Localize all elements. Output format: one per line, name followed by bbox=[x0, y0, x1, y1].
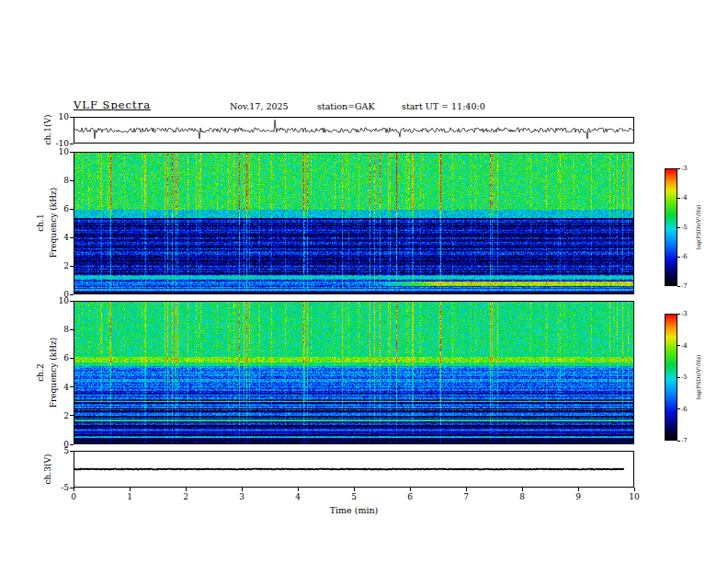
x-axis-tick-label: 5 bbox=[351, 492, 357, 501]
ch1-spectrogram-channel-label: ch.1 bbox=[36, 213, 45, 231]
ch1-spectrogram-ytick-label: 8 bbox=[44, 176, 69, 185]
colorbar-tick-label: -5 bbox=[681, 373, 688, 381]
colorbar-tick-label: -5 bbox=[681, 224, 688, 231]
colorbar-tick-label: -7 bbox=[681, 437, 688, 444]
ch1-spectrogram-ytick-label: 4 bbox=[44, 233, 69, 242]
colorbar-ch1-label: log(PSD)(V²/Hz) bbox=[695, 205, 701, 250]
ch3-waveform-canvas bbox=[74, 452, 633, 487]
colorbar-ch2-label: log(PSD)(V²/Hz) bbox=[695, 355, 701, 400]
ch1-frequency-ylabel: Frequency (kHz) bbox=[49, 188, 58, 259]
ch1-spectrogram-ytick bbox=[70, 180, 74, 181]
ch1-waveform-ytick-label: 10 bbox=[44, 112, 69, 121]
x-axis-label: Time (min) bbox=[330, 505, 379, 515]
x-axis-tick bbox=[354, 488, 355, 491]
ch1-spectrogram-ytick bbox=[70, 209, 74, 210]
colorbar-tick bbox=[677, 441, 680, 442]
x-axis-tick bbox=[634, 488, 635, 491]
plot-start-ut: start UT = 11:40:0 bbox=[402, 101, 485, 111]
ch2-spectrogram-channel-label: ch.2 bbox=[36, 363, 45, 381]
ch2-spectrogram-ytick-label: 2 bbox=[44, 411, 69, 420]
ch1-spectrogram-ytick bbox=[70, 294, 74, 295]
colorbar-tick bbox=[677, 345, 680, 346]
ch3-waveform-panel bbox=[74, 451, 634, 488]
plot-title: VLF Spectra bbox=[74, 98, 151, 111]
colorbar-tick bbox=[677, 168, 680, 169]
x-axis-tick-label: 4 bbox=[295, 492, 301, 501]
x-axis-tick-label: 2 bbox=[183, 492, 188, 501]
x-axis-tick bbox=[186, 488, 187, 491]
ch1-waveform-ytick bbox=[70, 144, 74, 144]
plot-station: station=GAK bbox=[317, 101, 375, 111]
ch2-spectrogram-ytick bbox=[70, 444, 74, 445]
ch2-frequency-ylabel: Frequency (kHz) bbox=[49, 338, 58, 408]
ch1-spectrogram-ytick-label: 2 bbox=[44, 261, 69, 270]
ch3-waveform-ylabel: ch.3(V) bbox=[43, 454, 52, 485]
colorbar-tick bbox=[677, 257, 680, 258]
colorbar-tick bbox=[677, 314, 680, 315]
ch1-waveform-ytick bbox=[70, 117, 74, 118]
x-axis-tick bbox=[74, 488, 74, 491]
x-axis-tick bbox=[578, 488, 579, 491]
x-axis-tick bbox=[466, 488, 467, 491]
colorbar-tick bbox=[677, 377, 680, 378]
ch2-spectrogram-ytick-label: 4 bbox=[44, 383, 69, 392]
ch1-spectrogram-ytick bbox=[70, 152, 74, 153]
x-axis-tick-label: 0 bbox=[71, 492, 76, 501]
ch2-spectrogram-ytick bbox=[70, 358, 74, 359]
ch3-waveform-ytick bbox=[70, 451, 74, 452]
ch1-spectrogram-panel bbox=[74, 152, 634, 294]
ch2-spectrogram-ytick-label: 10 bbox=[44, 296, 69, 305]
colorbar-tick-label: -4 bbox=[681, 194, 688, 201]
colorbar-tick-label: -3 bbox=[681, 165, 688, 172]
ch2-spectrogram-ytick-label: 8 bbox=[44, 325, 69, 334]
x-axis-tick bbox=[130, 488, 131, 491]
colorbar-ch2 bbox=[665, 314, 677, 441]
ch2-spectrogram-panel bbox=[74, 301, 634, 444]
x-axis-tick bbox=[410, 488, 411, 491]
colorbar-tick bbox=[677, 198, 680, 199]
ch1-spectrogram-ytick-label: 6 bbox=[44, 204, 69, 213]
x-axis-tick bbox=[522, 488, 523, 491]
plot-date: Nov.17, 2025 bbox=[230, 101, 289, 111]
ch3-waveform-ytick-label: 5 bbox=[44, 446, 69, 455]
ch2-spectrogram-canvas bbox=[74, 302, 633, 443]
x-axis-tick-label: 3 bbox=[239, 492, 245, 501]
ch1-waveform-panel bbox=[74, 117, 634, 144]
ch2-spectrogram-ytick bbox=[70, 386, 74, 387]
vlf-spectra-figure: VLF Spectra Nov.17, 2025 station=GAK sta… bbox=[0, 0, 728, 563]
ch1-spectrogram-ytick bbox=[70, 266, 74, 267]
x-axis-tick-label: 9 bbox=[575, 492, 581, 501]
colorbar-tick-label: -6 bbox=[681, 253, 688, 260]
ch2-spectrogram-ytick bbox=[70, 415, 74, 416]
x-axis-tick-label: 6 bbox=[407, 492, 413, 501]
ch3-waveform-ytick-label: -5 bbox=[44, 483, 69, 492]
x-axis-tick-label: 7 bbox=[463, 492, 469, 501]
x-axis-tick-label: 10 bbox=[629, 492, 639, 501]
colorbar-tick bbox=[677, 227, 680, 228]
ch1-spectrogram-ytick bbox=[70, 237, 74, 238]
ch1-waveform-canvas bbox=[74, 118, 633, 143]
colorbar-ch1 bbox=[665, 168, 677, 286]
x-axis-tick-label: 8 bbox=[519, 492, 525, 501]
colorbar-tick-label: -7 bbox=[681, 282, 688, 290]
x-axis-tick-label: 1 bbox=[127, 492, 132, 501]
ch1-spectrogram-ytick-label: 10 bbox=[44, 147, 69, 156]
colorbar-tick-label: -6 bbox=[681, 406, 688, 413]
ch1-spectrogram-canvas bbox=[74, 153, 633, 293]
ch2-spectrogram-ytick bbox=[70, 301, 74, 302]
colorbar-tick bbox=[677, 286, 680, 287]
ch2-spectrogram-ytick-label: 6 bbox=[44, 353, 69, 362]
colorbar-tick-label: -4 bbox=[681, 342, 688, 350]
x-axis-tick bbox=[298, 488, 299, 491]
x-axis-tick bbox=[242, 488, 243, 491]
ch2-spectrogram-ytick bbox=[70, 329, 74, 330]
colorbar-tick bbox=[677, 408, 680, 409]
colorbar-tick-label: -3 bbox=[681, 310, 688, 317]
